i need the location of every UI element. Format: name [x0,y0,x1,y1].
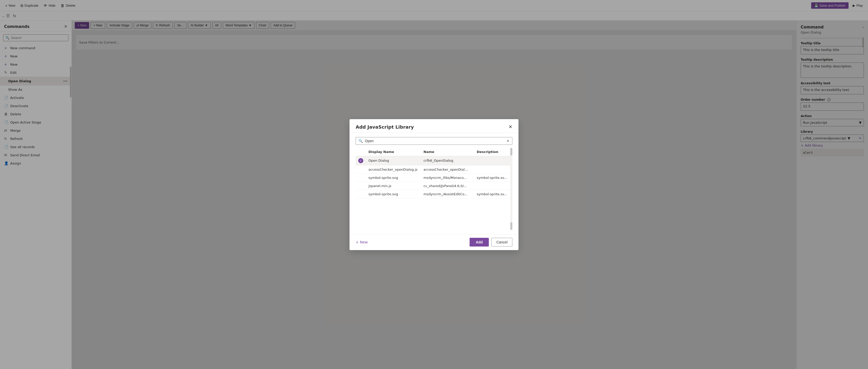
row-name: crfb6_OpenDialog [421,156,474,165]
modal-footer-actions: Add Cancel [470,238,513,247]
table-row[interactable]: accessChecker_openDialog.js accessChecke… [355,165,513,173]
modal-header: Add JavaScript Library ✕ [349,119,519,133]
row-check-cell [355,165,366,173]
row-display-name: symbol-sprite.svg [366,173,421,182]
col-check [355,148,366,156]
modal-clear-button[interactable]: ✕ [506,139,509,143]
row-display-name: jspanel.min.js [366,182,421,190]
modal-title: Add JavaScript Library [355,124,414,130]
row-display-name: symbol-sprite.svg [366,190,421,198]
modal-close-button[interactable]: ✕ [508,124,513,129]
table-row[interactable]: symbol-sprite.svg msdyncrm_/AssistEditCo… [355,190,513,198]
row-description: symbol-sprite.sv... [474,173,513,182]
modal-body: 🔍 ✕ Display Name Name Description [349,133,519,234]
row-check-cell: ✓ [355,156,366,165]
add-javascript-library-modal: Add JavaScript Library ✕ 🔍 ✕ Display Nam… [349,119,519,250]
row-name: msdyncrm_/libs/Monaco... [421,173,474,182]
modal-overlay: Add JavaScript Library ✕ 🔍 ✕ Display Nam… [0,0,868,369]
table-scrollbar-thumb-bottom [510,222,513,230]
col-display-name: Display Name [366,148,421,156]
modal-add-button[interactable]: Add [470,238,489,247]
row-name: accessChecker_openDial... [421,165,474,173]
modal-search-input[interactable] [365,139,504,143]
row-check-cell [355,190,366,198]
col-name: Name [421,148,474,156]
table-row[interactable]: jspanel.min.js cc_shared/JsPanel/4.6.0/.… [355,182,513,190]
table-scrollbar-thumb-top [510,148,513,155]
modal-search-icon: 🔍 [359,139,363,143]
row-check-cell [355,182,366,190]
row-description [474,156,513,165]
row-description: symbol-sprite.sv... [474,190,513,198]
library-table: Display Name Name Description ✓ Open Dia… [355,148,513,198]
row-display-name: Open Dialog [366,156,421,165]
modal-footer: + New Add Cancel [349,234,519,250]
row-display-name: accessChecker_openDialog.js [366,165,421,173]
table-row[interactable]: symbol-sprite.svg msdyncrm_/libs/Monaco.… [355,173,513,182]
modal-cancel-button[interactable]: Cancel [491,238,513,247]
modal-table: Display Name Name Description ✓ Open Dia… [355,148,513,230]
row-description [474,182,513,190]
modal-table-scroll[interactable]: Display Name Name Description ✓ Open Dia… [355,148,513,230]
modal-new-button[interactable]: + New [355,240,368,244]
row-name: cc_shared/JsPanel/4.6.0/... [421,182,474,190]
selected-checkmark: ✓ [358,158,363,163]
table-scrollbar-track [510,148,513,230]
col-description: Description [474,148,513,156]
row-check-cell [355,173,366,182]
row-name: msdyncrm_/AssistEditCo... [421,190,474,198]
row-description [474,165,513,173]
modal-search-box[interactable]: 🔍 ✕ [355,137,513,145]
plus-icon: + [355,240,359,244]
table-row[interactable]: ✓ Open Dialog crfb6_OpenDialog [355,156,513,165]
